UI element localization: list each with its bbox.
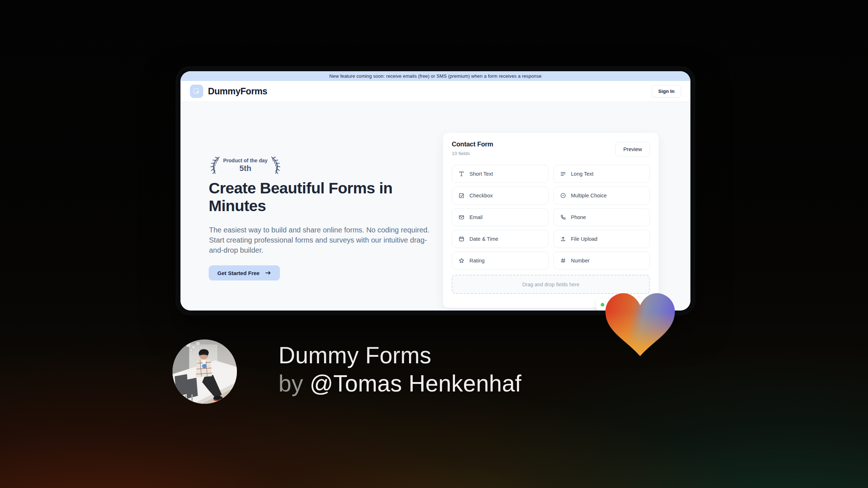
field-type-button[interactable]: Number: [553, 252, 650, 270]
dropzone-text: Drag and drop fields here: [522, 282, 579, 287]
author-avatar: [173, 339, 237, 404]
cursor-select-icon: [193, 87, 201, 95]
get-started-label: Get Started Free: [217, 270, 260, 276]
award-line1: Product of the day: [223, 158, 268, 163]
envelope-icon: [458, 214, 465, 221]
field-type-label: File Upload: [571, 236, 597, 242]
dropzone[interactable]: Drag and drop fields here: [452, 275, 650, 294]
field-type-button[interactable]: Short Text: [452, 165, 549, 183]
field-type-label: Number: [571, 258, 590, 264]
preview-button[interactable]: Preview: [615, 142, 650, 157]
field-type-label: Phone: [571, 214, 586, 220]
star-icon: [458, 257, 465, 264]
get-started-button[interactable]: Get Started Free: [209, 265, 280, 281]
field-type-button[interactable]: Multiple Choice: [553, 187, 650, 205]
dummyforms-logo[interactable]: [190, 85, 203, 98]
field-type-label: Checkbox: [469, 193, 493, 198]
award-text: Product of the day 5th: [221, 158, 270, 173]
laurel-right-icon: [270, 155, 283, 176]
field-grid: Short TextLong TextCheckboxMultiple Choi…: [452, 165, 650, 270]
checkbox-icon: [458, 192, 465, 199]
field-type-label: Date & Time: [469, 236, 498, 242]
field-type-label: Long Text: [571, 171, 594, 177]
field-type-button[interactable]: File Upload: [553, 230, 650, 248]
byline-author: @Tomas Henkenhaf: [310, 371, 522, 397]
browser-window-mockup: New feature coming soon: receive emails …: [176, 67, 695, 315]
text-icon: [458, 171, 465, 177]
hero-description: The easiest way to build and share onlin…: [209, 225, 429, 255]
field-type-button[interactable]: Checkbox: [452, 187, 549, 205]
award-line2: 5th: [223, 164, 268, 173]
sign-in-button[interactable]: Sign In: [652, 85, 681, 98]
field-type-button[interactable]: Long Text: [553, 165, 650, 183]
announcement-banner: New feature coming soon: receive emails …: [180, 71, 690, 81]
field-type-label: Email: [469, 214, 482, 220]
form-builder-card: Contact Form 10 fields Preview Short Tex…: [443, 132, 659, 308]
byline-by: by: [278, 371, 303, 397]
field-type-button[interactable]: Date & Time: [452, 230, 549, 248]
status-dot-icon: [601, 303, 604, 307]
site-header: DummyForms Sign In: [180, 81, 690, 102]
product-of-the-day-badge: Product of the day 5th: [208, 155, 283, 176]
hero-title: Create Beautiful Forms in Minutes: [209, 179, 444, 215]
laurel-left-icon: [208, 155, 221, 176]
announcement-text: New feature coming soon: receive emails …: [329, 73, 542, 79]
hash-icon: [560, 257, 566, 264]
heart-logo-icon: [605, 293, 675, 359]
radio-icon: [560, 192, 566, 199]
field-type-label: Short Text: [469, 171, 493, 177]
form-card-header: Contact Form 10 fields Preview: [452, 141, 650, 156]
upload-icon: [560, 236, 566, 242]
byline-product: Dummy Forms: [278, 341, 522, 369]
field-type-button[interactable]: Rating: [452, 252, 549, 270]
field-type-label: Multiple Choice: [571, 193, 607, 198]
hero-section: Product of the day 5th Create Beautiful …: [180, 102, 690, 311]
field-type-label: Rating: [469, 258, 485, 264]
dummyforms-site: New feature coming soon: receive emails …: [180, 71, 690, 311]
field-type-button[interactable]: Phone: [553, 208, 650, 226]
brand-name: DummyForms: [208, 86, 267, 97]
lines-icon: [560, 171, 566, 177]
phone-icon: [560, 214, 566, 221]
arrow-right-icon: [265, 270, 271, 276]
byline: Dummy Forms by @Tomas Henkenhaf: [278, 341, 522, 398]
byline-author-line: by @Tomas Henkenhaf: [278, 369, 522, 398]
field-type-button[interactable]: Email: [452, 208, 549, 226]
calendar-icon: [458, 236, 465, 242]
